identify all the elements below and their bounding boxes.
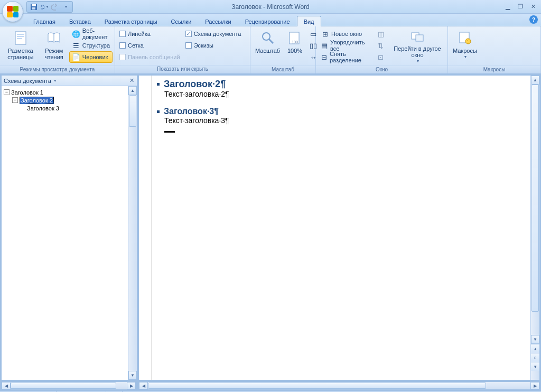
tree-item-h2[interactable]: − Заголовок 2 <box>3 96 127 104</box>
scroll-left-button[interactable]: ◀ <box>139 382 148 389</box>
document-map-pane: Схема документа ▼ ✕ − Заголовок 1 − Заго… <box>1 75 137 380</box>
scroll-thumb[interactable] <box>129 95 136 127</box>
scroll-right-button[interactable]: ▶ <box>530 382 539 389</box>
tab-insert[interactable]: Вставка <box>62 16 98 26</box>
arrange-all-button[interactable]: ▤Упорядочить все <box>318 40 372 51</box>
group-label-views: Режимы просмотра документа <box>0 66 115 73</box>
svg-point-15 <box>465 39 471 44</box>
group-macros: Макросы ▼ Макросы <box>448 26 541 73</box>
document-map-checkbox[interactable]: ✓Схема документа <box>183 28 244 40</box>
draft-button[interactable]: 📄 Черновик <box>69 51 113 63</box>
scroll-up-button[interactable]: ▲ <box>128 86 137 95</box>
undo-button[interactable]: ▼ <box>40 2 49 12</box>
svg-line-9 <box>269 39 273 43</box>
scroll-down-button[interactable]: ▼ <box>531 335 539 344</box>
gridlines-checkbox[interactable]: Сетка <box>117 40 182 51</box>
scroll-right-button[interactable]: ▶ <box>127 382 136 389</box>
web-icon: 🌐 <box>72 30 80 38</box>
messagebar-label: Панель сообщений <box>128 54 180 60</box>
scroll-up-button[interactable]: ▲ <box>531 76 539 85</box>
group-label-show-hide: Показать или скрыть <box>115 65 250 73</box>
web-layout-button[interactable]: 🌐 Веб-документ <box>69 28 113 40</box>
close-pane-button[interactable]: ✕ <box>128 77 135 85</box>
draft-label: Черновик <box>82 54 108 60</box>
bullet-icon <box>157 110 160 113</box>
docmap-scrollbar[interactable]: ▲ ▼ <box>128 86 137 380</box>
ruler-label: Линейка <box>128 31 151 37</box>
tab-mailings[interactable]: Рассылки <box>198 16 238 26</box>
chevron-down-icon: ▼ <box>416 58 419 64</box>
split-icon: ⊟ <box>321 53 328 61</box>
scroll-thumb[interactable] <box>531 85 539 312</box>
editor-hscrollbar[interactable]: ◀ ▶ <box>138 381 540 390</box>
checkbox-icon <box>119 54 126 60</box>
macros-button[interactable]: Макросы ▼ <box>450 28 480 64</box>
scroll-down-button[interactable]: ▼ <box>128 371 137 380</box>
svg-point-8 <box>263 33 270 40</box>
tab-references[interactable]: Ссылки <box>164 16 199 26</box>
tab-view[interactable]: Вид <box>297 16 321 26</box>
checkbox-icon <box>185 42 192 49</box>
chevron-down-icon: ▼ <box>463 54 467 60</box>
reading-layout-button[interactable]: Режим чтения <box>40 28 68 64</box>
arrange-label: Упорядочить все <box>330 39 370 52</box>
thumbnails-checkbox[interactable]: Эскизы <box>183 40 244 51</box>
editor-vertical-scrollbar[interactable]: ▲ ▴ ○ ▾ ▼ <box>530 76 539 380</box>
sync-scroll-button: ⇅ <box>376 40 386 51</box>
zoom-label: Масштаб <box>255 48 280 54</box>
office-button[interactable] <box>2 1 23 22</box>
minimize-button[interactable]: ▁ <box>502 3 514 11</box>
document-map-title: Схема документа <box>4 78 51 84</box>
tab-review[interactable]: Рецензирование <box>238 16 297 26</box>
zoom-icon <box>259 30 276 46</box>
document-editor[interactable]: Заголовок·2¶ Текст·заголовка·2¶ Заголово… <box>138 75 540 380</box>
docmap-hscrollbar[interactable]: ◀ ▶ <box>1 381 136 390</box>
hundred-percent-button[interactable]: 100 100% <box>284 28 306 64</box>
tab-home[interactable]: Главная <box>26 16 62 26</box>
document-map-header: Схема документа ▼ ✕ <box>2 76 137 86</box>
remove-split-button[interactable]: ⊟Снять разделение <box>318 51 372 63</box>
outline-button[interactable]: ☰ Структура <box>69 40 113 51</box>
collapse-icon[interactable]: − <box>12 97 18 103</box>
checkbox-icon <box>119 31 126 37</box>
tree-item-h3[interactable]: Заголовок 3 <box>3 104 127 112</box>
group-label-macros: Макросы <box>448 66 540 73</box>
document-content[interactable]: Заголовок·2¶ Текст·заголовка·2¶ Заголово… <box>152 76 530 380</box>
macros-icon <box>456 30 473 46</box>
switch-windows-button[interactable]: Перейти в другое окно ▼ <box>389 28 445 64</box>
group-show-hide: Линейка Сетка Панель сообщений ✓Схема до… <box>115 26 250 73</box>
ribbon: Разметка страницы Режим чтения 🌐 Веб-док… <box>0 26 541 74</box>
sync-scroll-icon: ⇅ <box>377 41 385 50</box>
select-browse-object-button[interactable]: ○ <box>531 353 539 362</box>
chevron-down-icon[interactable]: ▼ <box>53 79 57 82</box>
save-button[interactable] <box>29 2 39 12</box>
reading-layout-label: Режим чтения <box>43 48 66 60</box>
svg-rect-5 <box>17 36 24 37</box>
titlebar: ▼ ▼ Заголовок - Microsoft Word ▁ ❐ ✕ <box>0 0 541 14</box>
next-page-button[interactable]: ▾ <box>531 362 539 371</box>
tree-item-h1[interactable]: − Заголовок 1 <box>3 88 127 96</box>
document-map-label: Схема документа <box>194 31 241 37</box>
tab-page-layout[interactable]: Разметка страницы <box>98 16 164 26</box>
svg-text:100: 100 <box>292 40 298 44</box>
help-button[interactable]: ? <box>529 15 538 24</box>
checkbox-checked-icon: ✓ <box>185 31 192 37</box>
qat-customize-button[interactable]: ▼ <box>61 2 70 12</box>
close-button[interactable]: ✕ <box>527 3 539 11</box>
tree-label: Заголовок 3 <box>27 105 59 111</box>
redo-icon <box>51 3 59 11</box>
zoom-button[interactable]: Масштаб <box>253 28 283 64</box>
restore-button[interactable]: ❐ <box>515 3 526 11</box>
scroll-thumb[interactable] <box>11 382 116 389</box>
previous-page-button[interactable]: ▴ <box>531 344 539 353</box>
scroll-left-button[interactable]: ◀ <box>2 382 11 389</box>
ruler-checkbox[interactable]: Линейка <box>117 28 182 40</box>
print-layout-button[interactable]: Разметка страницы <box>2 28 39 64</box>
new-window-button[interactable]: ⊞Новое окно <box>318 28 372 40</box>
scroll-thumb[interactable] <box>148 382 486 389</box>
reset-position-button: ⊡ <box>376 51 386 63</box>
collapse-icon[interactable]: − <box>4 89 10 95</box>
group-window: ⊞Новое окно ▤Упорядочить все ⊟Снять разд… <box>316 26 448 73</box>
chevron-down-icon: ▼ <box>45 5 49 8</box>
redo-button[interactable] <box>50 2 60 12</box>
